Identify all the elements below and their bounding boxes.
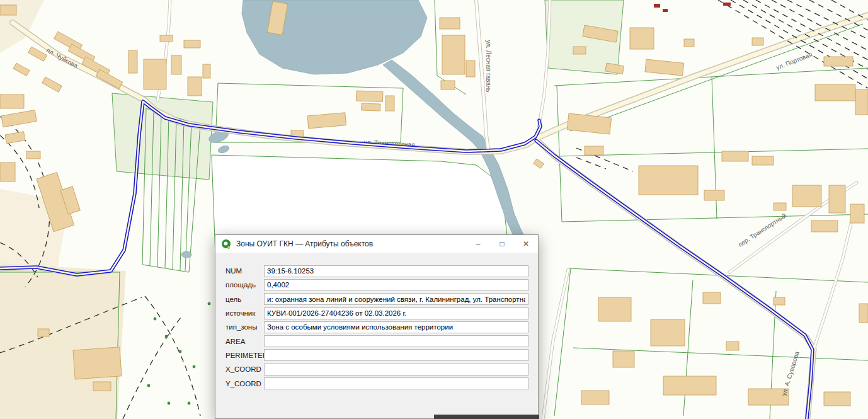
dialog-body: NUM площадь цель источник тип_зоны AREA …	[215, 253, 538, 418]
istochnik-field[interactable]	[264, 307, 528, 319]
x-coord-field[interactable]	[264, 364, 528, 376]
street-label-lesnaya-gavan: ул. Лесная гавань	[485, 40, 492, 92]
field-label: площадь	[226, 281, 264, 289]
qgis-logo-icon	[221, 239, 232, 250]
field-row-num: NUM	[226, 264, 528, 278]
field-row-perimeter: PERIMETER	[226, 348, 528, 362]
field-label: X_COORD	[226, 365, 264, 373]
minimize-button[interactable]: –	[466, 235, 490, 253]
field-label: Y_COORD	[226, 380, 264, 387]
y-coord-field[interactable]	[264, 377, 528, 389]
window-controls: – □ ✕	[466, 235, 538, 253]
perimeter-field[interactable]	[264, 349, 528, 361]
tip-zony-field[interactable]	[264, 321, 528, 333]
tsel-field[interactable]	[264, 293, 528, 305]
dialog-titlebar[interactable]: Зоны ОУИТ ГКН — Атрибуты объектов – □ ✕	[215, 235, 538, 253]
attributes-dialog: Зоны ОУИТ ГКН — Атрибуты объектов – □ ✕ …	[215, 234, 539, 419]
field-row-x-coord: X_COORD	[226, 362, 528, 376]
field-label: тип_зоны	[226, 323, 264, 331]
field-row-area-ru: площадь	[226, 278, 528, 292]
area-field[interactable]	[264, 335, 528, 347]
field-row-tsel: цель	[226, 292, 528, 306]
field-label: NUM	[226, 267, 264, 275]
field-label: источник	[226, 309, 264, 317]
field-row-tip-zony: тип_зоны	[226, 320, 528, 334]
field-label: AREA	[226, 338, 264, 345]
field-row-istochnik: источник	[226, 306, 528, 320]
close-button[interactable]: ✕	[514, 235, 538, 253]
field-row-y-coord: Y_COORD	[226, 376, 528, 390]
ploshchad-field[interactable]	[264, 279, 528, 291]
maximize-button[interactable]: □	[490, 235, 514, 253]
field-row-area: AREA	[226, 334, 528, 348]
bottom-partial-element[interactable]	[434, 415, 539, 419]
dialog-title: Зоны ОУИТ ГКН — Атрибуты объектов	[236, 239, 466, 248]
field-label: PERIMETER	[226, 352, 264, 359]
field-label: цель	[226, 296, 264, 303]
num-field[interactable]	[264, 265, 528, 277]
